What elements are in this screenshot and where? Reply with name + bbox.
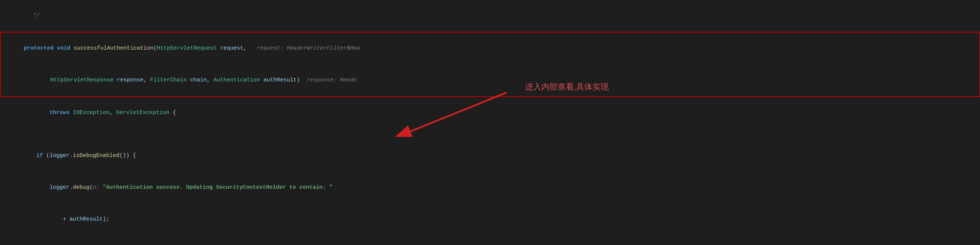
type-ioexception: IOException	[73, 110, 110, 116]
code-line-logger-debug: logger.debug(o: "Authentication success.…	[0, 172, 980, 204]
type-filterchain: FilterChain	[150, 77, 187, 83]
var-logger: logger	[49, 153, 70, 159]
type-authentication: Authentication	[213, 77, 260, 83]
type-httpresponse: HttpServletResponse	[50, 77, 113, 83]
type-httprequest: HttpServletRequest	[157, 45, 217, 51]
hint-request: request: HeaderWriterFilter$Hea	[257, 45, 360, 51]
hint-response: response: Heade	[307, 77, 356, 83]
keyword-if: if	[36, 153, 43, 159]
code-container: */ protected void successfulAuthenticati…	[0, 0, 980, 245]
type-servletexception: ServletException	[116, 110, 169, 116]
code-line-close-brace: }	[0, 235, 980, 245]
code-line-authresult: + authResult);	[0, 204, 980, 235]
var-authresult: authResult	[70, 216, 103, 223]
method-debug: debug	[73, 184, 89, 191]
code-line-method-sig2: HttpServletResponse response, FilterChai…	[0, 64, 980, 97]
keyword-throws: throws	[49, 110, 70, 116]
code-line-empty1	[0, 129, 980, 140]
code-line-comment: */	[0, 0, 980, 32]
keyword-void: void	[57, 45, 70, 51]
code-line-if-logger: if (logger.isDebugEnabled()) {	[0, 140, 980, 172]
param-authresult: authResult	[263, 77, 297, 83]
string-auth-success: "Authentication success. Updating Securi…	[103, 184, 332, 191]
param-request: request	[220, 45, 243, 51]
code-line-method-sig1: protected void successfulAuthentication(…	[0, 32, 980, 64]
keyword-protected: protected	[24, 45, 54, 51]
method-name: successfulAuthentication	[73, 45, 153, 51]
hint-o: o:	[93, 184, 103, 191]
var-logger2: logger	[49, 184, 70, 191]
code-line-throws: throws IOException, ServletException {	[0, 97, 980, 129]
param-chain: chain	[190, 77, 207, 83]
param-response: response	[117, 77, 143, 83]
method-isDebug: isDebugEnabled	[73, 153, 119, 159]
